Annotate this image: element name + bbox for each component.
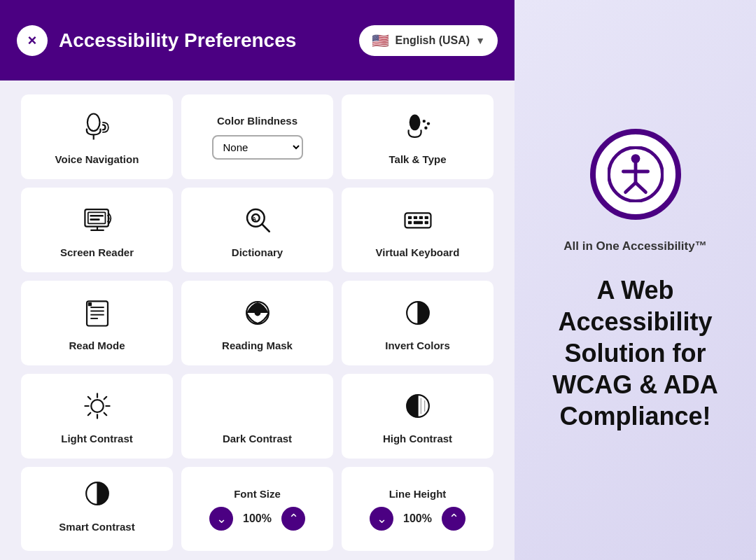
dark-contrast-item[interactable]: Dark Contrast bbox=[181, 374, 333, 458]
color-blindness-select[interactable]: None Protanopia Deuteranopia Tritanopia bbox=[212, 135, 303, 160]
grid-container: Voice Navigation Color Blindness None Pr… bbox=[0, 80, 514, 560]
page-title: Accessibility Preferences bbox=[59, 29, 296, 52]
line-height-value: 100% bbox=[402, 512, 433, 525]
read-mode-icon bbox=[82, 298, 113, 332]
reading-mask-label: Reading Mask bbox=[222, 340, 293, 351]
talk-type-icon bbox=[402, 111, 433, 146]
svg-rect-15 bbox=[413, 216, 416, 219]
light-contrast-label: Light Contrast bbox=[61, 433, 133, 444]
font-size-item: Font Size ⌄ 100% ⌃ bbox=[181, 467, 333, 551]
svg-rect-7 bbox=[88, 212, 105, 223]
svg-rect-17 bbox=[424, 216, 428, 219]
svg-rect-8 bbox=[90, 215, 103, 217]
dark-contrast-label: Dark Contrast bbox=[223, 433, 292, 444]
talk-type-label: Talk & Type bbox=[389, 153, 447, 165]
svg-rect-19 bbox=[413, 221, 422, 224]
dictionary-item[interactable]: A Dictionary bbox=[181, 188, 333, 272]
svg-line-36 bbox=[88, 397, 90, 400]
font-size-label: Font Size bbox=[234, 488, 281, 500]
read-mode-item[interactable]: Read Mode bbox=[21, 281, 173, 365]
promo-text: A Web Accessibility Solution for WCAG & … bbox=[536, 274, 735, 432]
svg-rect-26 bbox=[88, 302, 91, 306]
font-size-decrease[interactable]: ⌄ bbox=[209, 507, 233, 531]
virtual-keyboard-label: Virtual Keyboard bbox=[376, 246, 460, 258]
voice-navigation-icon bbox=[82, 111, 113, 146]
svg-point-4 bbox=[426, 122, 429, 125]
high-contrast-label: High Contrast bbox=[383, 433, 452, 444]
svg-point-3 bbox=[422, 120, 425, 122]
chevron-down-icon: ▼ bbox=[475, 35, 485, 46]
header-left: × Accessibility Preferences bbox=[17, 25, 296, 56]
smart-contrast-label: Smart Contrast bbox=[59, 521, 134, 533]
svg-text:A: A bbox=[252, 216, 257, 223]
read-mode-label: Read Mode bbox=[69, 340, 125, 351]
header: × Accessibility Preferences 🇺🇸 English (… bbox=[0, 0, 514, 80]
line-height-decrease[interactable]: ⌄ bbox=[370, 507, 393, 531]
smart-contrast-icon bbox=[82, 478, 113, 515]
features-grid: Voice Navigation Color Blindness None Pr… bbox=[21, 94, 493, 458]
left-panel: × Accessibility Preferences 🇺🇸 English (… bbox=[0, 0, 514, 560]
svg-point-0 bbox=[87, 114, 99, 132]
virtual-keyboard-icon bbox=[402, 204, 433, 239]
svg-point-31 bbox=[91, 400, 104, 412]
line-height-increase[interactable]: ⌃ bbox=[442, 507, 465, 531]
svg-rect-16 bbox=[419, 216, 422, 219]
screen-reader-icon bbox=[82, 204, 113, 239]
line-height-item: Line Height ⌄ 100% ⌃ bbox=[342, 467, 493, 551]
accessibility-icon bbox=[608, 146, 664, 202]
right-panel: All in One Accessibility™ A Web Accessib… bbox=[514, 0, 756, 560]
bottom-row: Smart Contrast Font Size ⌄ 100% ⌃ Line H… bbox=[21, 467, 493, 551]
high-contrast-icon bbox=[402, 391, 433, 426]
svg-rect-18 bbox=[407, 221, 411, 224]
screen-reader-label: Screen Reader bbox=[60, 246, 134, 258]
logo-subtitle: All in One Accessibility™ bbox=[564, 239, 706, 253]
color-blindness-item[interactable]: Color Blindness None Protanopia Deuteran… bbox=[181, 94, 333, 179]
invert-colors-icon bbox=[402, 298, 433, 332]
light-contrast-icon bbox=[82, 391, 113, 426]
svg-point-28 bbox=[254, 310, 260, 316]
dictionary-icon: A bbox=[242, 204, 273, 239]
svg-line-39 bbox=[88, 413, 90, 416]
svg-rect-9 bbox=[90, 218, 99, 220]
invert-colors-item[interactable]: Invert Colors bbox=[342, 281, 493, 365]
font-size-value: 100% bbox=[241, 512, 273, 525]
screen-reader-item[interactable]: Screen Reader bbox=[21, 188, 173, 272]
virtual-keyboard-item[interactable]: Virtual Keyboard bbox=[342, 188, 493, 272]
dark-contrast-icon bbox=[242, 391, 273, 426]
font-size-increase[interactable]: ⌃ bbox=[281, 507, 305, 531]
font-size-controls: ⌄ 100% ⌃ bbox=[209, 507, 305, 531]
invert-colors-label: Invert Colors bbox=[385, 340, 450, 351]
language-selector[interactable]: 🇺🇸 English (USA) ▼ bbox=[359, 25, 498, 56]
svg-rect-14 bbox=[407, 216, 411, 219]
color-blindness-label: Color Blindness bbox=[217, 115, 298, 127]
svg-line-37 bbox=[104, 413, 106, 416]
talk-type-item[interactable]: Talk & Type bbox=[342, 94, 493, 179]
close-button[interactable]: × bbox=[17, 25, 48, 56]
line-height-label: Line Height bbox=[389, 488, 447, 500]
line-height-controls: ⌄ 100% ⌃ bbox=[370, 507, 465, 531]
accessibility-logo bbox=[590, 129, 681, 220]
svg-rect-13 bbox=[405, 213, 430, 227]
high-contrast-item[interactable]: High Contrast bbox=[342, 374, 493, 458]
svg-point-5 bbox=[424, 127, 427, 130]
lang-label: English (USA) bbox=[395, 34, 470, 47]
logo-subtitle-text: All in One Accessibility™ bbox=[564, 239, 706, 253]
voice-navigation-label: Voice Navigation bbox=[55, 153, 139, 165]
voice-navigation-item[interactable]: Voice Navigation bbox=[21, 94, 173, 179]
flag-icon: 🇺🇸 bbox=[372, 32, 389, 49]
light-contrast-item[interactable]: Light Contrast bbox=[21, 374, 173, 458]
svg-rect-20 bbox=[424, 221, 428, 224]
svg-point-2 bbox=[409, 114, 420, 130]
dictionary-label: Dictionary bbox=[232, 246, 283, 258]
reading-mask-item[interactable]: Reading Mask bbox=[181, 281, 333, 365]
svg-line-38 bbox=[104, 397, 106, 400]
smart-contrast-item[interactable]: Smart Contrast bbox=[21, 467, 173, 551]
reading-mask-icon bbox=[242, 298, 273, 332]
